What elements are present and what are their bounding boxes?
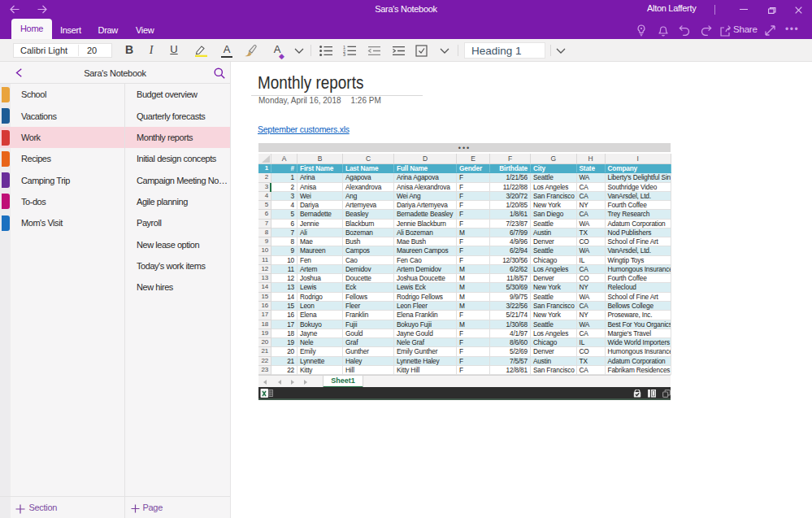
svg-text:3: 3 bbox=[343, 52, 345, 56]
